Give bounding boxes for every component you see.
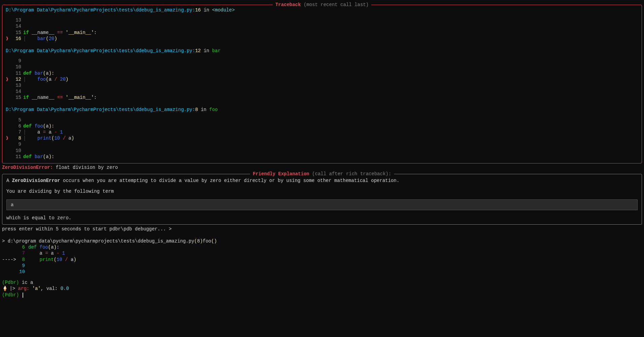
- line-number: 13: [12, 17, 21, 23]
- icecream-icon: 🍦: [2, 286, 7, 292]
- code-content: │ print(10 / a): [23, 135, 74, 141]
- friendly-line3: which is equal to zero.: [6, 215, 638, 221]
- code-content: │ bar(20): [23, 36, 57, 42]
- line-number: 5: [12, 117, 21, 123]
- debugger-code-content: def foo(a):: [28, 244, 59, 250]
- line-number: 9: [12, 58, 21, 64]
- friendly-title-main: Friendly Explanation: [253, 171, 309, 177]
- debugger-code-line: 6def foo(a):: [2, 244, 642, 250]
- term-value: a: [11, 202, 13, 208]
- friendly-title-sub: (call after rich traceback):: [312, 171, 391, 177]
- debugger-output: > d:\program data\pycharm\pycharmproject…: [2, 238, 642, 275]
- code-line: 9: [6, 58, 638, 64]
- line-marker: [6, 141, 12, 147]
- code-line: ❱16│ bar(20): [6, 36, 638, 42]
- code-line: 11def bar(a):: [6, 154, 638, 160]
- line-marker: ❱: [6, 76, 12, 82]
- line-marker: [6, 123, 12, 129]
- code-content: def foo(a):: [23, 123, 54, 129]
- debugger-code-line: ---->8 print(10 / a): [2, 257, 642, 263]
- line-number: 13: [12, 82, 21, 88]
- line-marker: [6, 17, 12, 23]
- code-line: 5: [6, 117, 638, 123]
- code-line: 6def foo(a):: [6, 123, 638, 129]
- frame-header: D:\Program Data\Pycharm\PycharmProjects\…: [6, 107, 638, 113]
- debugger-arrow: [2, 250, 18, 256]
- pdbr-prompt: (Pdbr): [2, 292, 19, 298]
- debugger-code-content: a = a - 1: [28, 250, 65, 256]
- line-marker: [6, 58, 12, 64]
- debugger-line-number: 7: [18, 250, 25, 256]
- debugger-line-number: 6: [18, 244, 25, 250]
- code-line: ❱8│ print(10 / a): [6, 135, 638, 141]
- code-line: ❱12│ foo(a / 20): [6, 76, 638, 82]
- debugger-line-number: 8: [18, 257, 25, 263]
- line-number: 7: [12, 129, 21, 135]
- friendly-line2: You are dividing by the following term: [6, 188, 638, 194]
- code-line: 10: [6, 64, 638, 70]
- code-line: 9: [6, 141, 638, 147]
- error-line: ZeroDivisionError: float division by zer…: [2, 164, 642, 171]
- line-marker: [6, 148, 12, 154]
- debugger-code-line: 7 a = a - 1: [2, 250, 642, 256]
- pdbr-command: ic a: [19, 280, 33, 285]
- debugger-arrow: ---->: [2, 257, 18, 263]
- traceback-frame: D:\Program Data\Pycharm\PycharmProjects\…: [6, 107, 638, 160]
- frame-header: D:\Program Data\Pycharm\PycharmProjects\…: [6, 7, 638, 13]
- traceback-frame: D:\Program Data\Pycharm\PycharmProjects\…: [6, 7, 638, 46]
- code-line: 13: [6, 82, 638, 88]
- frame-header: D:\Program Data\Pycharm\PycharmProjects\…: [6, 48, 638, 54]
- code-line: 14: [6, 88, 638, 95]
- code-line: 15if __name__ == '__main__':: [6, 95, 638, 101]
- debugger-code-line: 10: [2, 269, 642, 275]
- line-marker: ❱: [6, 36, 12, 42]
- line-marker: [6, 30, 12, 36]
- friendly-title: Friendly Explanation (call after rich tr…: [250, 171, 394, 177]
- code-content: │ foo(a / 20): [23, 76, 69, 82]
- line-number: 16: [12, 36, 21, 42]
- pdbr-line-1: (Pdbr) ic a: [2, 279, 642, 286]
- debugger-arrow: [2, 263, 18, 269]
- error-message: float division by zero: [53, 165, 118, 170]
- line-marker: [6, 154, 12, 160]
- code-line: 13: [6, 17, 638, 23]
- debugger-code-content: print(10 / a): [28, 257, 76, 263]
- line-number: 11: [12, 154, 21, 160]
- line-marker: [6, 95, 12, 101]
- debugger-prompt[interactable]: press enter within 5 seconds to start pd…: [2, 226, 642, 232]
- traceback-panel: Traceback (most recent call last) D:\Pro…: [2, 5, 642, 163]
- cursor-icon: [23, 293, 23, 298]
- code-content: if __name__ == '__main__':: [23, 95, 97, 101]
- line-number: 8: [12, 135, 21, 141]
- debugger-header: > d:\program data\pycharm\pycharmproject…: [2, 238, 642, 244]
- code-content: if __name__ == '__main__':: [23, 30, 97, 36]
- code-line: 7│ a = a - 1: [6, 129, 638, 135]
- line-number: 12: [12, 76, 21, 82]
- traceback-title-main: Traceback: [275, 2, 301, 7]
- line-number: 14: [12, 88, 21, 95]
- pdbr-line-2[interactable]: (Pdbr): [2, 292, 642, 298]
- debugger-arrow: [2, 269, 18, 275]
- line-marker: [6, 82, 12, 88]
- friendly-explanation-panel: Friendly Explanation (call after rich tr…: [2, 174, 642, 225]
- line-number: 10: [12, 148, 21, 154]
- error-name: ZeroDivisionError:: [2, 165, 53, 170]
- line-number: 6: [12, 123, 21, 129]
- code-line: 15if __name__ == '__main__':: [6, 30, 638, 36]
- pdbr-prompt[interactable]: (Pdbr): [2, 280, 19, 285]
- friendly-line1: A ZeroDivisionError occurs when you are …: [6, 178, 638, 184]
- debugger-code-line: 9: [2, 263, 642, 269]
- traceback-title-sub: (most recent call last): [303, 2, 368, 7]
- line-marker: [6, 117, 12, 123]
- term-box: a: [6, 199, 638, 210]
- line-number: 10: [12, 64, 21, 70]
- line-marker: [6, 129, 12, 135]
- traceback-frame: D:\Program Data\Pycharm\PycharmProjects\…: [6, 48, 638, 106]
- debugger-arrow: [2, 244, 18, 250]
- line-marker: [6, 23, 12, 29]
- code-content: │ a = a - 1: [23, 129, 63, 135]
- line-number: 15: [12, 30, 21, 36]
- code-content: def bar(a):: [23, 154, 54, 160]
- traceback-title: Traceback (most recent call last): [273, 2, 371, 8]
- line-number: 9: [12, 141, 21, 147]
